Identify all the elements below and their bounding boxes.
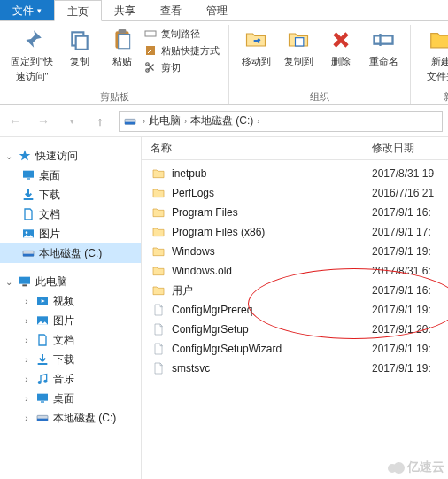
paste-button[interactable]: 粘贴 xyxy=(101,25,143,68)
folder-icon xyxy=(151,166,166,182)
tab-share[interactable]: 共享 xyxy=(102,0,148,20)
file-icon xyxy=(151,360,166,376)
tree-pictures2[interactable]: ›图片 xyxy=(0,311,141,330)
pictures-icon xyxy=(35,313,50,328)
tree-desktop2[interactable]: ›桌面 xyxy=(0,389,141,408)
up-button[interactable]: ↑ xyxy=(90,112,110,131)
svg-rect-15 xyxy=(23,171,34,178)
file-icon xyxy=(151,321,166,337)
desktop-icon xyxy=(21,168,35,182)
paste-shortcut-button[interactable]: 粘贴快捷方式 xyxy=(143,43,223,58)
folder-icon xyxy=(151,243,166,259)
copy-button[interactable]: 复制 xyxy=(58,25,101,68)
svg-rect-29 xyxy=(37,394,48,401)
expand-icon[interactable]: › xyxy=(21,355,32,365)
file-date: 2017/9/1 17: xyxy=(372,226,448,238)
cut-button[interactable]: 剪切 xyxy=(143,60,223,74)
expand-icon[interactable]: › xyxy=(21,316,32,326)
file-date: 2017/9/1 19: xyxy=(372,343,448,355)
expand-icon[interactable]: › xyxy=(21,394,32,404)
navbar: ← → ▾ ↑ › 此电脑› 本地磁盘 (C:)› xyxy=(0,105,448,137)
main: ⌄ 快速访问 桌面 下载 文档 图片 本地磁盘 (C:) ⌄ 此电脑 xyxy=(0,137,448,479)
folder-icon xyxy=(151,185,166,201)
collapse-icon[interactable]: ⌄ xyxy=(4,151,14,161)
clipboard-caption: 剪贴板 xyxy=(5,89,223,104)
file-name: Program Files (x86) xyxy=(172,226,372,238)
collapse-icon[interactable]: ⌄ xyxy=(4,277,14,287)
desktop-icon xyxy=(35,391,50,406)
svg-rect-30 xyxy=(41,401,44,402)
expand-icon[interactable]: › xyxy=(21,336,32,345)
folder-icon xyxy=(151,205,166,220)
copy-to-button[interactable]: 复制到 xyxy=(277,25,320,68)
copy-path-button[interactable]: 复制路径 xyxy=(143,27,223,41)
list-item[interactable]: inetpub2017/8/31 19 xyxy=(142,164,448,183)
svg-rect-14 xyxy=(125,121,135,124)
list-item[interactable]: Windows2017/9/1 19: xyxy=(142,242,448,261)
tree-documents2[interactable]: ›文档 xyxy=(0,330,141,350)
cloud-icon xyxy=(388,461,406,474)
svg-rect-26 xyxy=(38,363,48,365)
expand-icon[interactable]: › xyxy=(21,413,32,423)
breadcrumb-root[interactable]: 此电脑› xyxy=(149,113,187,128)
tree-videos[interactable]: ›视频 xyxy=(0,291,141,311)
pc-icon xyxy=(18,274,32,289)
tree-local-disk-qa[interactable]: 本地磁盘 (C:) xyxy=(0,243,141,263)
svg-rect-32 xyxy=(37,419,48,421)
list-item[interactable]: smstsvc2017/9/1 19: xyxy=(142,359,448,378)
folder-icon xyxy=(151,224,166,240)
ribbon-group-new: 新建 文件夹 新 xyxy=(411,25,448,104)
list-item[interactable]: ConfigMgrSetupWizard2017/9/1 19: xyxy=(142,339,448,359)
tree-pictures[interactable]: 图片 xyxy=(0,224,141,243)
move-to-icon xyxy=(243,27,269,53)
svg-rect-16 xyxy=(27,178,30,179)
list-item[interactable]: ConfigMgrSetup2017/9/1 20: xyxy=(142,320,448,339)
tree-this-pc[interactable]: ⌄ 此电脑 xyxy=(0,272,141,291)
new-caption: 新 xyxy=(416,89,448,104)
tree-local-disk-pc[interactable]: ›本地磁盘 (C:) xyxy=(0,408,141,428)
downloads-icon xyxy=(35,352,50,367)
list-item[interactable]: 用户2017/9/1 16: xyxy=(142,281,448,300)
breadcrumb-drive[interactable]: 本地磁盘 (C:)› xyxy=(190,113,259,128)
pin-quick-access-button[interactable]: 固定到"快 速访问" xyxy=(5,25,58,83)
tree-quick-access[interactable]: ⌄ 快速访问 xyxy=(0,146,141,166)
file-date: 2017/8/31 6: xyxy=(372,265,448,277)
tab-home[interactable]: 主页 xyxy=(54,0,102,21)
delete-icon xyxy=(328,27,354,53)
list-item[interactable]: Program Files2017/9/1 16: xyxy=(142,203,448,222)
tree-documents[interactable]: 文档 xyxy=(0,205,141,224)
file-date: 2017/8/31 19 xyxy=(372,167,448,180)
path-icon xyxy=(143,27,158,41)
list-item[interactable]: ConfigMgrPrereq2017/9/1 19: xyxy=(142,300,448,320)
file-date: 2017/9/1 16: xyxy=(372,206,448,219)
list-item[interactable]: Windows.old2017/8/31 6: xyxy=(142,261,448,281)
rename-button[interactable]: 重命名 xyxy=(362,25,405,68)
svg-rect-10 xyxy=(375,35,393,43)
list-item[interactable]: Program Files (x86)2017/9/1 17: xyxy=(142,222,448,242)
star-icon xyxy=(18,149,32,163)
file-name: PerfLogs xyxy=(172,187,372,199)
recent-button[interactable]: ▾ xyxy=(62,112,81,131)
svg-rect-21 xyxy=(23,254,34,257)
delete-button[interactable]: 删除 xyxy=(320,25,362,68)
address-bar[interactable]: › 此电脑› 本地磁盘 (C:)› xyxy=(119,111,443,132)
tree-downloads2[interactable]: ›下载 xyxy=(0,350,141,369)
forward-button[interactable]: → xyxy=(34,112,53,131)
col-name-header[interactable]: 名称 xyxy=(151,141,372,156)
rename-icon xyxy=(370,27,397,53)
tree-desktop[interactable]: 桌面 xyxy=(0,166,141,185)
move-to-button[interactable]: 移动到 xyxy=(235,25,277,68)
file-name: 用户 xyxy=(172,283,372,298)
expand-icon[interactable]: › xyxy=(21,375,32,384)
tree-music[interactable]: ›音乐 xyxy=(0,369,141,389)
tab-file[interactable]: 文件 xyxy=(0,0,54,20)
tree-downloads[interactable]: 下载 xyxy=(0,185,141,205)
list-item[interactable]: PerfLogs2016/7/16 21 xyxy=(142,183,448,203)
new-folder-button[interactable]: 新建 文件夹 xyxy=(416,25,448,83)
col-date-header[interactable]: 修改日期 xyxy=(372,141,448,156)
back-button[interactable]: ← xyxy=(5,112,25,131)
tab-manage[interactable]: 管理 xyxy=(194,0,240,20)
expand-icon[interactable]: › xyxy=(21,297,32,306)
tab-view[interactable]: 查看 xyxy=(148,0,194,20)
file-name: Windows.old xyxy=(172,265,372,277)
